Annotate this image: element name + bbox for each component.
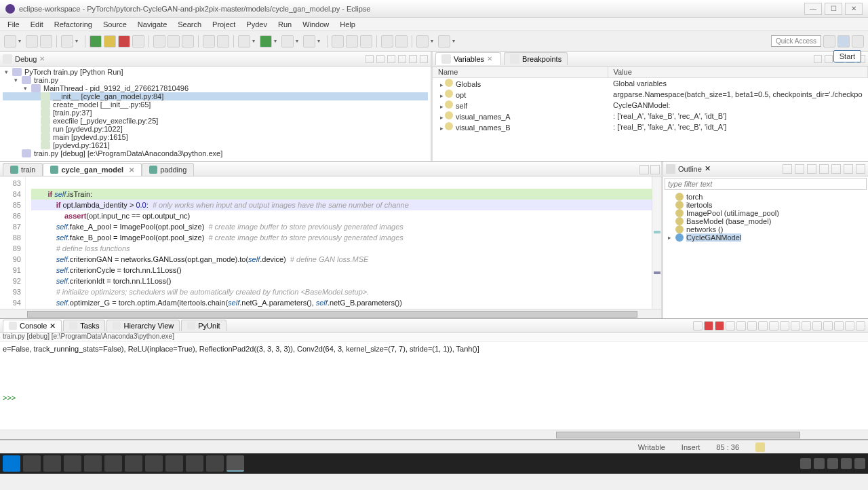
console-toolbar-button[interactable] <box>791 321 800 331</box>
outline-tree[interactable]: torchitertoolsImagePool (util.image_pool… <box>663 191 868 318</box>
console-toolbar-button[interactable] <box>769 321 778 331</box>
console-toolbar-button[interactable] <box>845 321 854 331</box>
debug-close-icon[interactable]: ✕ <box>39 55 47 63</box>
console-toolbar-button[interactable] <box>726 321 735 331</box>
step-return-button[interactable] <box>182 35 194 48</box>
debug-action-2[interactable] <box>376 55 384 63</box>
resume-button[interactable] <box>90 35 102 48</box>
stack-frame[interactable]: run [pydevd.py:1022] <box>3 125 428 133</box>
console-toolbar-button[interactable] <box>812 321 822 331</box>
forward-button[interactable] <box>438 35 450 48</box>
menu-help[interactable]: Help <box>335 19 360 30</box>
variables-tab[interactable]: Variables ✕ <box>435 52 501 65</box>
stack-frame[interactable]: [pydevd.py:1621] <box>3 141 428 149</box>
use-step-filter-button[interactable] <box>217 35 229 48</box>
console-tab-hierarchy-view[interactable]: Hierarchy View <box>106 320 180 331</box>
console-toolbar-button[interactable] <box>693 321 703 331</box>
menu-source[interactable]: Source <box>98 19 132 30</box>
new-button[interactable] <box>4 35 16 48</box>
var-name-header[interactable]: Name <box>433 67 608 78</box>
outline-menu-button[interactable] <box>831 164 841 174</box>
outline-maximize-button[interactable] <box>856 164 865 174</box>
maximize-button[interactable]: ☐ <box>825 3 842 15</box>
task-view-button[interactable] <box>43 455 61 472</box>
console-toolbar-button[interactable] <box>780 321 789 331</box>
run-button[interactable] <box>260 35 272 48</box>
start-overlay-button[interactable]: Start <box>833 50 861 62</box>
menu-file[interactable]: File <box>3 19 24 30</box>
menu-navigate[interactable]: Navigate <box>133 19 172 30</box>
stack-frame[interactable]: main [pydevd.py:1615] <box>3 133 428 141</box>
task-app-6[interactable] <box>165 455 183 472</box>
menu-edit[interactable]: Edit <box>26 19 48 30</box>
console-tab-pyunit[interactable]: PyUnit <box>181 320 226 331</box>
stack-frame[interactable]: [train.py:37] <box>3 109 428 117</box>
menu-pydev[interactable]: Pydev <box>241 19 272 30</box>
stack-frame[interactable]: ▾PyTorch train.py [Python Run] <box>3 68 428 76</box>
task-app-3[interactable] <box>104 455 122 472</box>
tray-icon[interactable] <box>827 458 838 469</box>
variable-row[interactable]: ▸GlobalsGlobal variables <box>433 78 868 90</box>
stack-frame[interactable]: train.py [debug] [e:\ProgramData\Anacond… <box>3 149 428 157</box>
menu-project[interactable]: Project <box>208 19 240 30</box>
variables-table[interactable]: Name Value ▸GlobalsGlobal variables▸opta… <box>433 67 868 161</box>
quick-access[interactable]: Quick Access <box>771 35 821 47</box>
step-into-button[interactable] <box>153 35 165 48</box>
outline-item[interactable]: torch <box>666 193 865 201</box>
close-button[interactable]: ✕ <box>845 3 863 15</box>
debug-action-3[interactable] <box>387 55 395 63</box>
outline-close-icon[interactable]: ✕ <box>705 164 711 173</box>
nav-back-button[interactable] <box>332 35 344 48</box>
console-toolbar-button[interactable] <box>715 321 724 331</box>
task-app-1[interactable] <box>64 455 81 472</box>
console-toolbar-button[interactable] <box>802 321 811 331</box>
editor-hscrollbar[interactable] <box>0 309 661 318</box>
overview-ruler[interactable] <box>652 176 661 309</box>
editor-minimize-button[interactable] <box>639 165 649 174</box>
vars-action-2[interactable] <box>825 55 833 63</box>
back-button[interactable] <box>416 35 429 48</box>
stack-frame[interactable]: __init__ [cycle_gan_model.py:84] <box>3 92 428 100</box>
outline-filter-input[interactable] <box>665 178 867 190</box>
minimize-button[interactable]: — <box>804 3 822 15</box>
variable-row[interactable]: ▸visual_names_B: ['real_B', 'fake_A', 'r… <box>433 121 868 132</box>
variable-row[interactable]: ▸optargparse.Namespace(batch_size=1, bet… <box>433 89 868 100</box>
menu-run[interactable]: Run <box>273 19 296 30</box>
var-value-header[interactable]: Value <box>608 67 867 78</box>
tray-icon[interactable] <box>800 458 811 469</box>
tray-icon[interactable] <box>841 458 852 469</box>
variable-row[interactable]: ▸visual_names_A: ['real_A', 'fake_B', 'r… <box>433 111 868 121</box>
console-toolbar-button[interactable] <box>736 321 746 331</box>
tray-icon[interactable] <box>814 458 825 469</box>
disconnect-button[interactable] <box>132 35 144 48</box>
stack-frame[interactable]: ▾MainThread - pid_9192_id_2766217810496 <box>3 84 428 92</box>
console-hscrollbar[interactable] <box>0 430 868 439</box>
debug-minimize-button[interactable] <box>409 55 417 63</box>
close-tab-icon[interactable]: ✕ <box>129 166 134 174</box>
mgr-button[interactable] <box>381 35 393 48</box>
task-search-button[interactable] <box>23 455 41 472</box>
terminate-button[interactable] <box>118 35 130 48</box>
console-toolbar-button[interactable] <box>747 321 757 331</box>
task-app-5[interactable] <box>145 455 163 472</box>
task-app-4[interactable] <box>125 455 142 472</box>
outline-item[interactable]: ImagePool (util.image_pool) <box>666 209 865 217</box>
outline-hide-button[interactable] <box>795 164 804 174</box>
suspend-button[interactable] <box>104 35 116 48</box>
code-editor[interactable]: 83848586878889909192939495 if self.isTra… <box>0 176 661 309</box>
console-toolbar-button[interactable] <box>704 321 713 331</box>
nav-fwd-button[interactable] <box>346 35 358 48</box>
pin-button[interactable] <box>395 35 408 48</box>
stack-frame[interactable]: ▾train.py <box>3 76 428 84</box>
variables-close-icon[interactable]: ✕ <box>487 55 495 63</box>
console-toolbar-button[interactable] <box>758 321 768 331</box>
save-button[interactable] <box>26 35 38 48</box>
editor-tab-cycle_gan_model[interactable]: cycle_gan_model✕ <box>43 163 142 176</box>
stack-frame[interactable]: create_model [__init__.py:65] <box>3 100 428 109</box>
start-menu-button[interactable] <box>3 455 20 472</box>
outline-item[interactable]: BaseModel (base_model) <box>666 217 865 225</box>
console-tab-console[interactable]: Console✕ <box>3 320 62 332</box>
console-toolbar-button[interactable] <box>823 321 833 331</box>
open-perspective-button[interactable] <box>823 35 835 48</box>
debug-action-1[interactable] <box>366 55 374 63</box>
